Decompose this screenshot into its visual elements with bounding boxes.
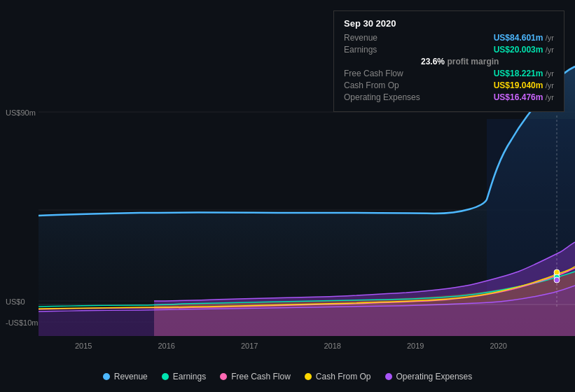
opex-amount: US$16.476m xyxy=(494,92,543,102)
chart-legend: Revenue Earnings Free Cash Flow Cash Fro… xyxy=(0,372,575,382)
legend-dot-revenue xyxy=(103,373,110,380)
svg-point-11 xyxy=(554,277,560,283)
tooltip-earnings-label: Earnings xyxy=(344,45,421,55)
legend-label-opex: Operating Expenses xyxy=(396,372,473,382)
legend-item-earnings[interactable]: Earnings xyxy=(162,372,206,382)
legend-dot-fcf xyxy=(220,373,227,380)
legend-dot-cashfromop xyxy=(305,373,312,380)
earnings-unit: /yr xyxy=(546,46,554,54)
legend-label-fcf: Free Cash Flow xyxy=(231,372,291,382)
legend-item-cashfromop[interactable]: Cash From Op xyxy=(305,372,371,382)
cashfromop-amount: US$19.040m xyxy=(494,80,543,90)
y-axis-label-neg10: -US$10m xyxy=(6,318,38,327)
legend-item-fcf[interactable]: Free Cash Flow xyxy=(220,372,291,382)
x-label-2015: 2015 xyxy=(75,342,92,350)
tooltip-margin-label: profit margin xyxy=(447,57,499,66)
tooltip-panel: Sep 30 2020 Revenue US$84.601m /yr Earni… xyxy=(333,10,564,112)
tooltip-fcf-row: Free Cash Flow US$18.221m /yr xyxy=(344,69,554,78)
revenue-amount: US$84.601m xyxy=(494,33,543,43)
legend-dot-earnings xyxy=(162,373,169,380)
fcf-unit: /yr xyxy=(546,69,554,78)
opex-unit: /yr xyxy=(546,93,554,102)
tooltip-opex-label: Operating Expenses xyxy=(344,92,421,102)
x-label-2017: 2017 xyxy=(241,342,258,350)
revenue-unit: /yr xyxy=(546,34,554,42)
fcf-amount: US$18.221m xyxy=(494,69,543,78)
tooltip-fcf-value: US$18.221m /yr xyxy=(494,69,554,78)
tooltip-margin-row: 23.6% profit margin xyxy=(344,57,554,66)
x-label-2019: 2019 xyxy=(407,342,424,350)
x-label-2016: 2016 xyxy=(158,342,175,350)
cashfromop-unit: /yr xyxy=(546,81,554,90)
tooltip-revenue-value: US$84.601m /yr xyxy=(494,33,554,43)
tooltip-earnings-value: US$20.003m /yr xyxy=(494,45,554,55)
y-axis-label-0: US$0 xyxy=(6,298,25,306)
x-axis: 2015 2016 2017 2018 2019 2020 xyxy=(0,342,575,350)
x-label-2018: 2018 xyxy=(324,342,341,350)
legend-label-earnings: Earnings xyxy=(173,372,206,382)
tooltip-margin-value: 23.6% xyxy=(421,57,445,66)
legend-item-revenue[interactable]: Revenue xyxy=(103,372,148,382)
tooltip-revenue-label: Revenue xyxy=(344,33,421,43)
tooltip-earnings-row: Earnings US$20.003m /yr xyxy=(344,45,554,55)
y-axis-label-90: US$90m xyxy=(6,108,36,117)
legend-label-cashfromop: Cash From Op xyxy=(316,372,371,382)
tooltip-opex-row: Operating Expenses US$16.476m /yr xyxy=(344,92,554,102)
legend-label-revenue: Revenue xyxy=(114,372,148,382)
tooltip-cashfromop-label: Cash From Op xyxy=(344,80,421,90)
tooltip-opex-value: US$16.476m /yr xyxy=(494,92,554,102)
legend-dot-opex xyxy=(385,373,392,380)
x-label-2020: 2020 xyxy=(490,342,507,350)
tooltip-fcf-label: Free Cash Flow xyxy=(344,69,421,78)
legend-item-opex[interactable]: Operating Expenses xyxy=(385,372,473,382)
tooltip-revenue-row: Revenue US$84.601m /yr xyxy=(344,33,554,43)
earnings-amount: US$20.003m xyxy=(494,45,543,55)
tooltip-date: Sep 30 2020 xyxy=(344,18,554,29)
tooltip-cashfromop-value: US$19.040m /yr xyxy=(494,80,554,90)
tooltip-cashfromop-row: Cash From Op US$19.040m /yr xyxy=(344,80,554,90)
